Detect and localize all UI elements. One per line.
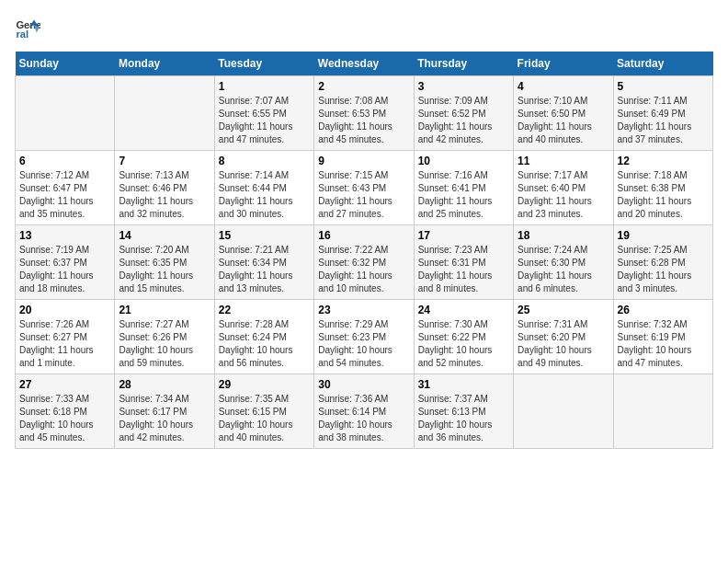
- calendar-cell: 3Sunrise: 7:09 AM Sunset: 6:52 PM Daylig…: [414, 76, 513, 151]
- calendar-week-row: 20Sunrise: 7:26 AM Sunset: 6:27 PM Dayli…: [16, 300, 713, 374]
- calendar-cell: [16, 76, 115, 151]
- svg-text:ral: ral: [16, 29, 28, 40]
- calendar-cell: 9Sunrise: 7:15 AM Sunset: 6:43 PM Daylig…: [314, 151, 414, 225]
- day-info: Sunrise: 7:14 AM Sunset: 6:44 PM Dayligh…: [219, 169, 310, 221]
- calendar-cell: 14Sunrise: 7:20 AM Sunset: 6:35 PM Dayli…: [115, 225, 214, 300]
- day-number: 30: [318, 378, 409, 391]
- day-info: Sunrise: 7:30 AM Sunset: 6:22 PM Dayligh…: [418, 318, 509, 370]
- calendar-cell: 21Sunrise: 7:27 AM Sunset: 6:26 PM Dayli…: [115, 300, 214, 374]
- calendar-cell: 19Sunrise: 7:25 AM Sunset: 6:28 PM Dayli…: [613, 225, 712, 300]
- calendar-cell: [514, 374, 613, 449]
- day-number: 19: [618, 229, 709, 242]
- day-number: 16: [318, 229, 409, 242]
- calendar-cell: 4Sunrise: 7:10 AM Sunset: 6:50 PM Daylig…: [514, 76, 613, 151]
- calendar-cell: 1Sunrise: 7:07 AM Sunset: 6:55 PM Daylig…: [214, 76, 313, 151]
- calendar-table: SundayMondayTuesdayWednesdayThursdayFrid…: [15, 52, 713, 449]
- day-number: 2: [318, 80, 409, 93]
- calendar-cell: 12Sunrise: 7:18 AM Sunset: 6:38 PM Dayli…: [613, 151, 712, 225]
- day-number: 11: [518, 155, 609, 167]
- day-info: Sunrise: 7:21 AM Sunset: 6:34 PM Dayligh…: [219, 244, 310, 295]
- calendar-cell: 30Sunrise: 7:36 AM Sunset: 6:14 PM Dayli…: [314, 374, 414, 449]
- calendar-cell: 31Sunrise: 7:37 AM Sunset: 6:13 PM Dayli…: [414, 374, 513, 449]
- day-info: Sunrise: 7:27 AM Sunset: 6:26 PM Dayligh…: [119, 318, 210, 370]
- day-number: 9: [318, 155, 409, 167]
- calendar-cell: 22Sunrise: 7:28 AM Sunset: 6:24 PM Dayli…: [214, 300, 313, 374]
- calendar-cell: 7Sunrise: 7:13 AM Sunset: 6:46 PM Daylig…: [115, 151, 214, 225]
- day-number: 4: [518, 80, 609, 93]
- day-info: Sunrise: 7:20 AM Sunset: 6:35 PM Dayligh…: [119, 244, 210, 295]
- day-number: 12: [618, 155, 709, 167]
- day-header-tuesday: Tuesday: [214, 52, 313, 76]
- calendar-cell: 27Sunrise: 7:33 AM Sunset: 6:18 PM Dayli…: [16, 374, 115, 449]
- days-header-row: SundayMondayTuesdayWednesdayThursdayFrid…: [16, 52, 713, 76]
- day-number: 5: [618, 80, 709, 93]
- day-info: Sunrise: 7:11 AM Sunset: 6:49 PM Dayligh…: [618, 95, 709, 146]
- day-header-saturday: Saturday: [613, 52, 712, 76]
- calendar-cell: 20Sunrise: 7:26 AM Sunset: 6:27 PM Dayli…: [16, 300, 115, 374]
- day-number: 8: [219, 155, 310, 167]
- day-number: 23: [318, 304, 409, 316]
- day-number: 17: [418, 229, 509, 242]
- calendar-cell: 10Sunrise: 7:16 AM Sunset: 6:41 PM Dayli…: [414, 151, 513, 225]
- day-info: Sunrise: 7:26 AM Sunset: 6:27 PM Dayligh…: [19, 318, 110, 370]
- day-info: Sunrise: 7:16 AM Sunset: 6:41 PM Dayligh…: [418, 169, 509, 221]
- calendar-cell: 13Sunrise: 7:19 AM Sunset: 6:37 PM Dayli…: [16, 225, 115, 300]
- day-number: 7: [119, 155, 210, 167]
- day-info: Sunrise: 7:12 AM Sunset: 6:47 PM Dayligh…: [19, 169, 110, 221]
- day-info: Sunrise: 7:22 AM Sunset: 6:32 PM Dayligh…: [318, 244, 409, 295]
- day-number: 15: [219, 229, 310, 242]
- day-header-monday: Monday: [115, 52, 214, 76]
- calendar-cell: 15Sunrise: 7:21 AM Sunset: 6:34 PM Dayli…: [214, 225, 313, 300]
- day-number: 31: [418, 378, 509, 391]
- day-number: 27: [19, 378, 110, 391]
- day-number: 20: [19, 304, 110, 316]
- day-info: Sunrise: 7:24 AM Sunset: 6:30 PM Dayligh…: [518, 244, 609, 295]
- day-number: 24: [418, 304, 509, 316]
- day-info: Sunrise: 7:29 AM Sunset: 6:23 PM Dayligh…: [318, 318, 409, 370]
- calendar-week-row: 27Sunrise: 7:33 AM Sunset: 6:18 PM Dayli…: [16, 374, 713, 449]
- day-number: 13: [19, 229, 110, 242]
- day-info: Sunrise: 7:10 AM Sunset: 6:50 PM Dayligh…: [518, 95, 609, 146]
- day-info: Sunrise: 7:33 AM Sunset: 6:18 PM Dayligh…: [19, 393, 110, 444]
- day-info: Sunrise: 7:08 AM Sunset: 6:53 PM Dayligh…: [318, 95, 409, 146]
- day-info: Sunrise: 7:36 AM Sunset: 6:14 PM Dayligh…: [318, 393, 409, 444]
- calendar-week-row: 6Sunrise: 7:12 AM Sunset: 6:47 PM Daylig…: [16, 151, 713, 225]
- calendar-cell: 8Sunrise: 7:14 AM Sunset: 6:44 PM Daylig…: [214, 151, 313, 225]
- day-info: Sunrise: 7:23 AM Sunset: 6:31 PM Dayligh…: [418, 244, 509, 295]
- calendar-cell: 6Sunrise: 7:12 AM Sunset: 6:47 PM Daylig…: [16, 151, 115, 225]
- day-number: 1: [219, 80, 310, 93]
- day-info: Sunrise: 7:09 AM Sunset: 6:52 PM Dayligh…: [418, 95, 509, 146]
- logo-icon: Gene ral: [15, 15, 40, 40]
- day-number: 28: [119, 378, 210, 391]
- calendar-cell: 16Sunrise: 7:22 AM Sunset: 6:32 PM Dayli…: [314, 225, 414, 300]
- day-info: Sunrise: 7:19 AM Sunset: 6:37 PM Dayligh…: [19, 244, 110, 295]
- day-header-wednesday: Wednesday: [314, 52, 414, 76]
- calendar-cell: 24Sunrise: 7:30 AM Sunset: 6:22 PM Dayli…: [414, 300, 513, 374]
- day-info: Sunrise: 7:13 AM Sunset: 6:46 PM Dayligh…: [119, 169, 210, 221]
- day-number: 25: [518, 304, 609, 316]
- calendar-cell: [115, 76, 214, 151]
- day-info: Sunrise: 7:35 AM Sunset: 6:15 PM Dayligh…: [219, 393, 310, 444]
- day-info: Sunrise: 7:37 AM Sunset: 6:13 PM Dayligh…: [418, 393, 509, 444]
- calendar-cell: [613, 374, 712, 449]
- calendar-week-row: 1Sunrise: 7:07 AM Sunset: 6:55 PM Daylig…: [16, 76, 713, 151]
- day-number: 21: [119, 304, 210, 316]
- day-number: 10: [418, 155, 509, 167]
- logo: Gene ral: [15, 15, 44, 40]
- day-info: Sunrise: 7:17 AM Sunset: 6:40 PM Dayligh…: [518, 169, 609, 221]
- day-info: Sunrise: 7:34 AM Sunset: 6:17 PM Dayligh…: [119, 393, 210, 444]
- day-info: Sunrise: 7:07 AM Sunset: 6:55 PM Dayligh…: [219, 95, 310, 146]
- day-info: Sunrise: 7:28 AM Sunset: 6:24 PM Dayligh…: [219, 318, 310, 370]
- calendar-cell: 11Sunrise: 7:17 AM Sunset: 6:40 PM Dayli…: [514, 151, 613, 225]
- day-info: Sunrise: 7:31 AM Sunset: 6:20 PM Dayligh…: [518, 318, 609, 370]
- page-header: Gene ral: [15, 15, 713, 40]
- calendar-week-row: 13Sunrise: 7:19 AM Sunset: 6:37 PM Dayli…: [16, 225, 713, 300]
- day-header-sunday: Sunday: [16, 52, 115, 76]
- day-number: 18: [518, 229, 609, 242]
- day-header-friday: Friday: [514, 52, 613, 76]
- calendar-cell: 5Sunrise: 7:11 AM Sunset: 6:49 PM Daylig…: [613, 76, 712, 151]
- calendar-cell: 23Sunrise: 7:29 AM Sunset: 6:23 PM Dayli…: [314, 300, 414, 374]
- day-number: 6: [19, 155, 110, 167]
- calendar-cell: 29Sunrise: 7:35 AM Sunset: 6:15 PM Dayli…: [214, 374, 313, 449]
- calendar-cell: 17Sunrise: 7:23 AM Sunset: 6:31 PM Dayli…: [414, 225, 513, 300]
